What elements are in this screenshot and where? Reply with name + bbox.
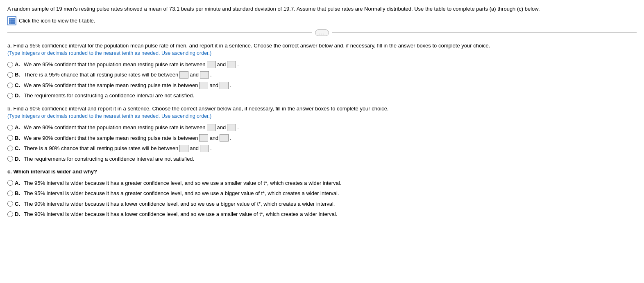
- part-a-text-d-before: The requirements for constructing a conf…: [24, 92, 194, 100]
- part-b-option-d-row: D. The requirements for constructing a c…: [7, 155, 637, 163]
- part-a-letter-c: C.: [15, 81, 22, 90]
- part-b-text-d: The requirements for constructing a conf…: [24, 155, 194, 163]
- part-a-radio-a[interactable]: [7, 62, 13, 67]
- part-a-and-a: and: [217, 61, 226, 69]
- part-b-header: b. Find a 90% confidence interval and re…: [7, 105, 637, 120]
- part-a-text-c: We are 95% confident that the sample mea…: [24, 81, 231, 90]
- part-a-input-c-1[interactable]: [199, 82, 208, 89]
- part-a-text-b: There is a 95% chance that all resting p…: [24, 71, 212, 79]
- part-b-text-b-before: We are 90% confident that the sample mea…: [24, 134, 198, 142]
- part-b-letter-b: B.: [15, 134, 22, 142]
- part-c-text-b: The 95% interval is wider because it has…: [24, 189, 339, 198]
- intro-text: A random sample of 19 men's resting puls…: [7, 5, 637, 13]
- part-a-input-b-1[interactable]: [179, 71, 188, 79]
- icon-link-row: Click the icon to view the t-table.: [7, 16, 637, 25]
- part-a-text-c-before: We are 95% confident that the sample mea…: [24, 81, 198, 90]
- part-b-text-a: We are 90% confident that the population…: [24, 124, 239, 132]
- part-a-text-b-before: There is a 95% chance that all resting p…: [24, 71, 178, 79]
- part-a-input-a-2[interactable]: [227, 61, 236, 68]
- part-b-text-d-before: The requirements for constructing a conf…: [24, 155, 194, 163]
- part-c-letter-a: A.: [15, 179, 22, 187]
- part-a-letter-a: A.: [15, 61, 22, 69]
- part-b-text-a-before: We are 90% confident that the population…: [24, 124, 206, 132]
- part-b-input-a-2[interactable]: [227, 124, 236, 131]
- part-c-option-b-row: B. The 95% interval is wider because it …: [7, 189, 637, 198]
- part-b-and-a: and: [217, 124, 226, 132]
- part-c-radio-c[interactable]: [7, 201, 13, 207]
- part-c-text-a: The 95% interval is wider because it has…: [24, 179, 341, 187]
- part-a-end-c: .: [230, 81, 231, 90]
- part-b-input-c-2[interactable]: [200, 145, 209, 152]
- part-a-option-b-row: B. There is a 95% chance that all restin…: [7, 71, 637, 79]
- icon-link-text[interactable]: Click the icon to view the t-table.: [19, 17, 95, 25]
- part-a-radio-d[interactable]: [7, 93, 13, 99]
- part-c-radio-b[interactable]: [7, 191, 13, 196]
- part-b-letter-c: C.: [15, 144, 22, 153]
- part-a-header: a. Find a 95% confidence interval for th…: [7, 42, 637, 57]
- part-c-text-d: The 90% interval is wider because it has…: [24, 210, 337, 218]
- part-a-option-c-row: C. We are 95% confident that the sample …: [7, 81, 637, 90]
- part-c-letter-c: C.: [15, 200, 22, 208]
- part-b-text-b: We are 90% confident that the sample mea…: [24, 134, 231, 142]
- table-icon[interactable]: [7, 16, 16, 25]
- part-b-option-c-row: C. There is a 90% chance that all restin…: [7, 144, 637, 153]
- part-a-letter-d: D.: [15, 92, 22, 100]
- part-b-and-b: and: [209, 134, 218, 142]
- part-b-radio-c[interactable]: [7, 146, 13, 151]
- expand-button[interactable]: ...: [315, 29, 329, 36]
- part-a-and-c: and: [209, 81, 218, 90]
- divider-right: [332, 32, 637, 33]
- part-c-radio-d[interactable]: [7, 211, 13, 217]
- part-a-option-a-row: A. We are 95% confident that the populat…: [7, 61, 637, 69]
- part-c-option-d-row: D. The 90% interval is wider because it …: [7, 210, 637, 218]
- part-b-radio-a[interactable]: [7, 125, 13, 130]
- divider-left: [7, 32, 312, 33]
- part-b-radio-d[interactable]: [7, 156, 13, 162]
- part-b-end-b: .: [230, 134, 231, 142]
- part-a-radio-c[interactable]: [7, 83, 13, 88]
- part-b-text-c-before: There is a 90% chance that all resting p…: [24, 144, 178, 153]
- part-b-and-c: and: [190, 144, 199, 153]
- part-b-options: A. We are 90% confident that the populat…: [7, 124, 637, 163]
- part-a-radio-b[interactable]: [7, 72, 13, 78]
- part-c-label: c. Which interval is wider and why?: [7, 168, 637, 176]
- part-c-text-c: The 90% interval is wider because it has…: [24, 200, 335, 208]
- part-a-letter-b: B.: [15, 71, 22, 79]
- part-b-label: b. Find a 90% confidence interval and re…: [7, 105, 637, 113]
- part-c-option-a-row: A. The 95% interval is wider because it …: [7, 179, 637, 187]
- divider-row: ...: [7, 29, 637, 36]
- part-a-label: a. Find a 95% confidence interval for th…: [7, 42, 637, 50]
- part-a-options: A. We are 95% confident that the populat…: [7, 61, 637, 100]
- part-a-end-b: .: [210, 71, 212, 79]
- part-b-input-a-1[interactable]: [207, 124, 216, 131]
- part-b-option-b-row: B. We are 90% confident that the sample …: [7, 134, 637, 142]
- part-c-radio-a[interactable]: [7, 180, 13, 186]
- part-a-text-a-before: We are 95% confident that the population…: [24, 61, 206, 69]
- part-b-text-c: There is a 90% chance that all resting p…: [24, 144, 212, 153]
- part-a-input-c-2[interactable]: [220, 82, 229, 89]
- part-c-option-c-row: C. The 90% interval is wider because it …: [7, 200, 637, 208]
- part-a-end-a: .: [237, 61, 239, 69]
- part-b-letter-d: D.: [15, 155, 22, 163]
- part-b-end-a: .: [237, 124, 239, 132]
- part-a-instruction: (Type integers or decimals rounded to th…: [7, 49, 637, 57]
- part-b-input-b-2[interactable]: [220, 134, 229, 142]
- part-a-option-d-row: D. The requirements for constructing a c…: [7, 92, 637, 100]
- part-b-input-b-1[interactable]: [199, 134, 208, 142]
- part-b-radio-b[interactable]: [7, 135, 13, 141]
- part-b-instruction: (Type integers or decimals rounded to th…: [7, 112, 637, 120]
- part-b-input-c-1[interactable]: [179, 145, 188, 152]
- part-a-text-a: We are 95% confident that the population…: [24, 61, 239, 69]
- part-c-letter-d: D.: [15, 210, 22, 218]
- part-b-letter-a: A.: [15, 124, 22, 132]
- part-b-end-c: .: [210, 144, 212, 153]
- part-c-letter-b: B.: [15, 189, 22, 198]
- part-a-text-d: The requirements for constructing a conf…: [24, 92, 194, 100]
- part-a-input-b-2[interactable]: [200, 71, 209, 79]
- part-c-options: A. The 95% interval is wider because it …: [7, 179, 637, 218]
- part-a-input-a-1[interactable]: [207, 61, 216, 68]
- part-b-option-a-row: A. We are 90% confident that the populat…: [7, 124, 637, 132]
- part-a-and-b: and: [190, 71, 199, 79]
